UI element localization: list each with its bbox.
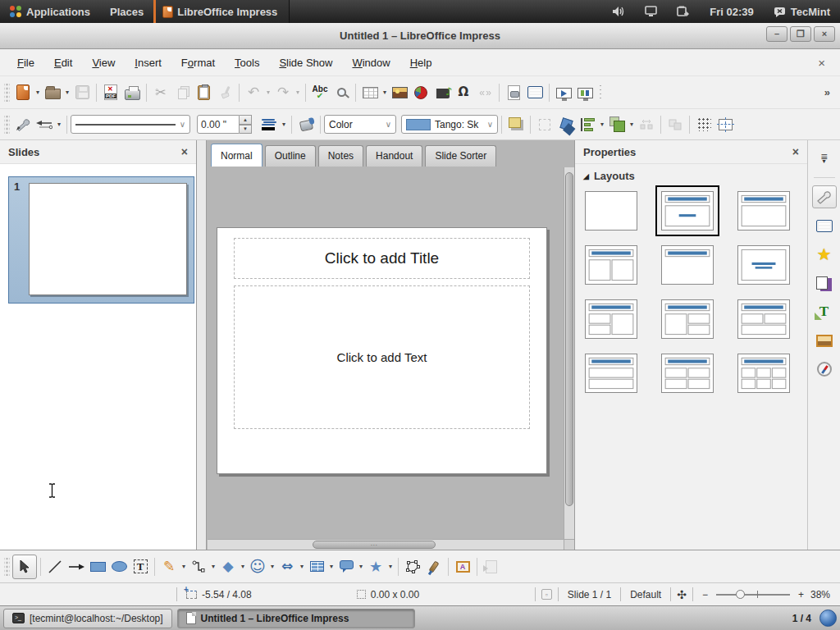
show-comments-button[interactable] [524,81,546,104]
textbox-tool-button[interactable]: T [130,555,151,578]
slide-info[interactable]: Slide 1 / 1 [564,589,614,600]
copy-button[interactable] [171,81,193,104]
arrange-button[interactable] [606,113,628,136]
line-color-dropdown-icon[interactable]: ▾ [280,121,288,128]
slide-thumbnail-1[interactable]: 1 [8,176,194,304]
sidebar-tab-properties[interactable] [812,185,837,208]
position-size-button[interactable] [534,113,555,136]
layout-title-only[interactable] [661,245,714,285]
document-modified-icon[interactable]: ▫ [541,589,552,600]
zoom-out-icon[interactable]: − [702,589,708,600]
window-list-button[interactable]: LibreOffice Impress [153,0,290,23]
new-presentation-button[interactable] [12,81,34,104]
fontwork-button[interactable]: A [452,555,473,578]
layout-four-content[interactable] [661,354,714,393]
tab-slide-sorter[interactable]: Slide Sorter [425,145,496,167]
slide-page[interactable]: Click to add Title Click to add Text [217,227,547,474]
edit-file-button[interactable] [503,81,524,104]
zoom-button[interactable] [331,81,352,104]
curve-tool-button[interactable]: ✎ [158,555,180,578]
maximize-button[interactable]: ❐ [790,26,811,42]
properties-close-icon[interactable]: × [792,145,799,158]
export-pdf-button[interactable] [100,81,121,104]
close-button[interactable]: × [814,26,835,42]
slides-panel-close-icon[interactable]: × [181,145,188,158]
connector-tool-button[interactable] [188,555,209,578]
glue-points-button[interactable] [423,555,445,578]
rotate-button[interactable] [555,113,577,136]
insert-from-file-button[interactable] [481,555,502,578]
layout-centered-text[interactable] [737,245,790,285]
close-document-icon[interactable]: × [811,56,832,70]
align-dropdown-icon[interactable]: ▾ [598,121,606,128]
display-indicator[interactable] [635,0,667,23]
sidebar-tab-master-pages[interactable] [812,214,837,237]
block-arrows-button[interactable]: ⇔ [276,555,298,578]
slide-canvas[interactable]: Click to add Title Click to add Text [208,167,564,539]
menu-edit[interactable]: Edit [45,52,81,73]
menu-format[interactable]: Format [172,52,224,73]
layout-six-content[interactable] [737,354,790,393]
helplines-button[interactable] [714,113,736,136]
zoom-percent[interactable]: 38% [807,589,833,600]
layouts-section-header[interactable]: ◢ Layouts [575,164,807,184]
workspace-pager[interactable]: 1 / 4 [792,613,811,624]
redo-dropdown-icon[interactable]: ▾ [294,89,302,96]
open-dropdown-icon[interactable]: ▾ [63,89,71,96]
display-mode-button[interactable] [574,81,596,104]
layout-two-content-over-content[interactable] [737,299,790,339]
symbol-shapes-dropdown-icon[interactable]: ▾ [268,563,276,570]
layout-title-two-content[interactable] [585,245,637,285]
tab-normal[interactable]: Normal [211,144,262,167]
layout-content-and-two-content[interactable] [661,299,714,339]
redo-button[interactable]: ↷ [272,81,294,104]
open-button[interactable] [42,81,63,104]
shadow-button[interactable] [505,113,527,136]
new-dropdown-icon[interactable]: ▾ [34,89,42,96]
flowchart-button[interactable] [306,555,327,578]
vertical-scrollbar-thumb[interactable] [565,172,573,506]
zoom-in-icon[interactable]: + [798,589,804,600]
tab-notes[interactable]: Notes [318,145,363,167]
sidebar-tab-navigator[interactable] [812,358,837,381]
menu-insert[interactable]: Insert [126,52,171,73]
vertical-scrollbar[interactable] [564,167,574,539]
toolbar-drag-handle[interactable] [4,116,10,134]
menu-window[interactable]: Window [343,52,399,73]
sidebar-tab-styles[interactable]: T [812,300,837,323]
undo-dropdown-icon[interactable]: ▾ [264,89,272,96]
layout-two-content-and-content[interactable] [585,299,637,339]
menu-tools[interactable]: Tools [226,52,268,73]
menu-file[interactable]: File [8,52,43,73]
curve-dropdown-icon[interactable]: ▾ [180,563,188,570]
layout-title-slide[interactable] [661,191,714,231]
panel-splitter[interactable] [197,140,207,550]
user-menu[interactable]: TecMint [764,0,840,23]
layout-blank[interactable] [585,191,637,231]
block-arrows-dropdown-icon[interactable]: ▾ [298,563,306,570]
toolbar-drag-handle[interactable] [4,558,10,576]
clock[interactable]: Fri 02:39 [700,0,763,23]
line-color-button[interactable] [258,113,280,136]
stars-button[interactable]: ★ [365,555,386,578]
fill-type-select[interactable]: Color ∨ [324,115,396,134]
arrange-dropdown-icon[interactable]: ▾ [628,121,636,128]
print-button[interactable] [121,81,143,104]
edit-points-mode-button[interactable] [12,113,34,136]
cursor-position[interactable]: -5.54 / 4.08 [183,589,255,600]
table-dropdown-icon[interactable]: ▾ [381,89,389,96]
sidebar-tab-gallery[interactable] [812,329,837,352]
tab-outline[interactable]: Outline [265,145,316,167]
slide-style[interactable]: Default [627,589,664,600]
line-style-select[interactable]: ∨ [71,115,190,134]
toolbar-overflow-icon[interactable]: » [816,86,838,98]
battery-indicator[interactable] [667,0,700,23]
sidebar-menu-button[interactable]: ≡▾ [812,147,837,170]
insert-table-button[interactable] [359,81,381,104]
align-button[interactable] [577,113,598,136]
volume-indicator[interactable] [602,0,635,23]
arrow-tool-button[interactable] [66,555,87,578]
rectangle-tool-button[interactable] [87,555,108,578]
fill-color-select[interactable]: Tango: Sk ∨ [401,115,498,134]
zoom-slider-thumb[interactable] [736,590,745,599]
